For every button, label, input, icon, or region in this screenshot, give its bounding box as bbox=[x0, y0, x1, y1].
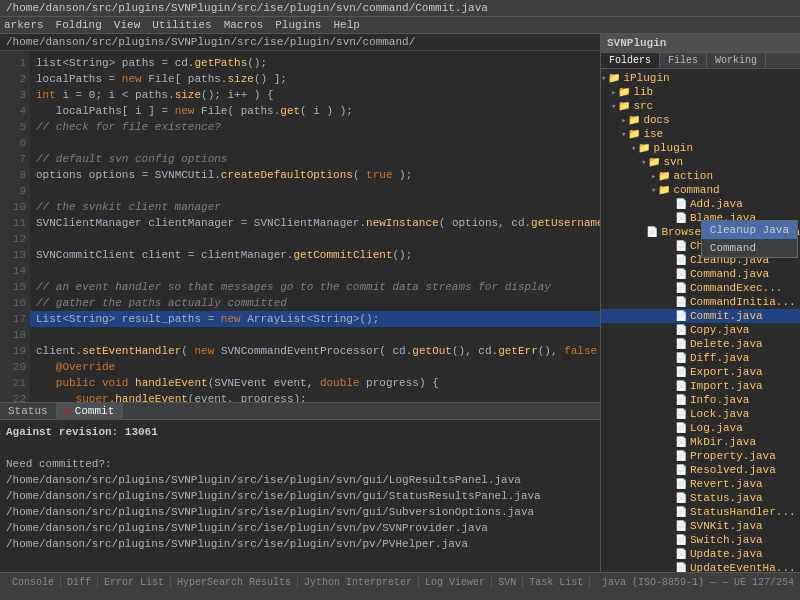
menu-view[interactable]: View bbox=[114, 19, 140, 31]
output-file1: /home/danson/src/plugins/SVNPlugin/src/i… bbox=[6, 472, 594, 488]
status-tab-tasklist[interactable]: Task List bbox=[523, 577, 590, 588]
file-icon: 📄 bbox=[675, 338, 687, 350]
tree-label: Copy.java bbox=[690, 324, 749, 336]
tree-item-Diff-java[interactable]: 📄Diff.java bbox=[601, 351, 800, 365]
svn-tab-files[interactable]: Files bbox=[660, 53, 707, 68]
tree-item-command[interactable]: ▾📁command bbox=[601, 183, 800, 197]
menu-folding[interactable]: Folding bbox=[56, 19, 102, 31]
tree-label: SVNKit.java bbox=[690, 520, 763, 532]
tree-item-iPlugin[interactable]: ▾📁iPlugin bbox=[601, 71, 800, 85]
tree-item-ise[interactable]: ▾📁ise bbox=[601, 127, 800, 141]
tree-item-Export-java[interactable]: 📄Export.java bbox=[601, 365, 800, 379]
tree-item-CommandExec---[interactable]: 📄CommandExec... bbox=[601, 281, 800, 295]
tree-label: Add.java bbox=[690, 198, 743, 210]
tree-item-Resolved-java[interactable]: 📄Resolved.java bbox=[601, 463, 800, 477]
svn-file-tree: ▾📁iPlugin▸📁lib▾📁src▸📁docs▾📁ise▾📁plugin▾📁… bbox=[601, 69, 800, 572]
tree-item-action[interactable]: ▸📁action bbox=[601, 169, 800, 183]
tree-item-MkDir-java[interactable]: 📄MkDir.java bbox=[601, 435, 800, 449]
menu-macros[interactable]: Macros bbox=[224, 19, 264, 31]
file-icon: 📄 bbox=[675, 534, 687, 546]
menu-bar: arkers Folding View Utilities Macros Plu… bbox=[0, 17, 800, 34]
tab-status[interactable]: Status bbox=[0, 403, 57, 419]
menu-plugins[interactable]: Plugins bbox=[275, 19, 321, 31]
status-tab-logviewer[interactable]: Log Viewer bbox=[419, 577, 492, 588]
file-icon: 📄 bbox=[675, 478, 687, 490]
tree-item-Copy-java[interactable]: 📄Copy.java bbox=[601, 323, 800, 337]
tree-label: MkDir.java bbox=[690, 436, 756, 448]
tree-item-Import-java[interactable]: 📄Import.java bbox=[601, 379, 800, 393]
expanded-arrow-icon: ▾ bbox=[611, 101, 616, 112]
tree-item-Status-java[interactable]: 📄Status.java bbox=[601, 491, 800, 505]
menu-utilities[interactable]: Utilities bbox=[152, 19, 211, 31]
file-icon: 📄 bbox=[675, 352, 687, 364]
tree-item-Revert-java[interactable]: 📄Revert.java bbox=[601, 477, 800, 491]
tree-label: action bbox=[673, 170, 713, 182]
tree-item-docs[interactable]: ▸📁docs bbox=[601, 113, 800, 127]
status-tab-hypersearch[interactable]: HyperSearch Results bbox=[171, 577, 298, 588]
tree-label: Import.java bbox=[690, 380, 763, 392]
context-menu-item[interactable]: Cleanup Java bbox=[702, 221, 797, 239]
tree-label: lib bbox=[633, 86, 653, 98]
tree-item-Delete-java[interactable]: 📄Delete.java bbox=[601, 337, 800, 351]
tree-item-SVNKit-java[interactable]: 📄SVNKit.java bbox=[601, 519, 800, 533]
tree-item-lib[interactable]: ▸📁lib bbox=[601, 85, 800, 99]
folder-icon: 📁 bbox=[628, 128, 640, 140]
folder-icon: 📁 bbox=[648, 156, 660, 168]
status-tab-diff[interactable]: Diff bbox=[61, 577, 98, 588]
status-bar: Console Diff Error List HyperSearch Resu… bbox=[0, 572, 800, 592]
svn-tab-working[interactable]: Working bbox=[707, 53, 766, 68]
status-tab-svn[interactable]: SVN bbox=[492, 577, 523, 588]
tree-item-StatusHandler---[interactable]: 📄StatusHandler... bbox=[601, 505, 800, 519]
tree-item-CommandInitia---[interactable]: 📄CommandInitia... bbox=[601, 295, 800, 309]
tree-label: CommandExec... bbox=[690, 282, 782, 294]
status-tab-errorlist[interactable]: Error List bbox=[98, 577, 171, 588]
svn-subtabs: Folders Files Working bbox=[601, 53, 800, 69]
tree-item-UpdateEventHa---[interactable]: 📄UpdateEventHa... bbox=[601, 561, 800, 572]
file-icon: 📄 bbox=[675, 450, 687, 462]
file-icon: 📄 bbox=[675, 366, 687, 378]
code-editor[interactable]: 12345 678910 1112131415 1617181920 21222… bbox=[0, 51, 600, 402]
file-icon: 📄 bbox=[675, 310, 687, 322]
tree-label: Diff.java bbox=[690, 352, 749, 364]
tree-item-Log-java[interactable]: 📄Log.java bbox=[601, 421, 800, 435]
tree-item-svn[interactable]: ▾📁svn bbox=[601, 155, 800, 169]
tab-close-icon[interactable]: ✕ bbox=[65, 405, 71, 417]
tree-label: plugin bbox=[653, 142, 693, 154]
tree-label: command bbox=[673, 184, 719, 196]
tree-label: Delete.java bbox=[690, 338, 763, 350]
tree-label: Log.java bbox=[690, 422, 743, 434]
context-menu-item[interactable]: Command bbox=[702, 239, 797, 257]
tree-label: UpdateEventHa... bbox=[690, 562, 796, 572]
tree-item-Lock-java[interactable]: 📄Lock.java bbox=[601, 407, 800, 421]
tab-commit[interactable]: ✕ Commit bbox=[57, 403, 124, 419]
output-file2: /home/danson/src/plugins/SVNPlugin/src/i… bbox=[6, 488, 594, 504]
status-tab-jython[interactable]: Jython Interpreter bbox=[298, 577, 419, 588]
tree-item-Add-java[interactable]: 📄Add.java bbox=[601, 197, 800, 211]
tree-item-src[interactable]: ▾📁src bbox=[601, 99, 800, 113]
expanded-arrow-icon: ▾ bbox=[631, 143, 636, 154]
menu-arkers[interactable]: arkers bbox=[4, 19, 44, 31]
tree-item-Info-java[interactable]: 📄Info.java bbox=[601, 393, 800, 407]
folder-icon: 📁 bbox=[608, 72, 620, 84]
folder-icon: 📁 bbox=[618, 100, 630, 112]
folder-icon: 📁 bbox=[658, 170, 670, 182]
tree-label: CommandInitia... bbox=[690, 296, 796, 308]
file-icon: 📄 bbox=[675, 394, 687, 406]
bottom-output: Against revision: 13061 Need committed?:… bbox=[0, 420, 600, 556]
file-icon: 📄 bbox=[675, 436, 687, 448]
file-icon: 📄 bbox=[675, 408, 687, 420]
svn-panel-title: SVNPlugin bbox=[601, 34, 800, 53]
code-content[interactable]: list<String> paths = cd.getPaths(); loca… bbox=[30, 51, 600, 402]
svn-tab-folders[interactable]: Folders bbox=[601, 53, 660, 68]
status-tab-console[interactable]: Console bbox=[6, 577, 61, 588]
folder-icon: 📁 bbox=[628, 114, 640, 126]
file-icon: 📄 bbox=[675, 422, 687, 434]
tree-item-Update-java[interactable]: 📄Update.java bbox=[601, 547, 800, 561]
tree-item-Commit-java[interactable]: 📄Commit.java bbox=[601, 309, 800, 323]
menu-help[interactable]: Help bbox=[333, 19, 359, 31]
tree-item-plugin[interactable]: ▾📁plugin bbox=[601, 141, 800, 155]
tree-item-Property-java[interactable]: 📄Property.java bbox=[601, 449, 800, 463]
tree-item-Switch-java[interactable]: 📄Switch.java bbox=[601, 533, 800, 547]
tree-label: Switch.java bbox=[690, 534, 763, 546]
tree-item-Command-java[interactable]: 📄Command.java bbox=[601, 267, 800, 281]
